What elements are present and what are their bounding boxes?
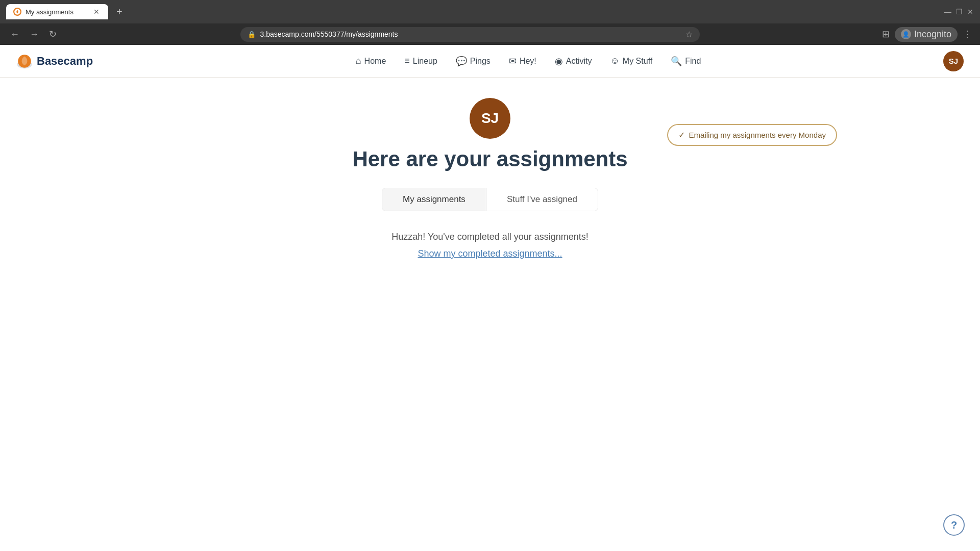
bookmark-icon[interactable]: ☆	[685, 30, 693, 39]
nav-hey-label: Hey!	[520, 57, 536, 66]
logo-text: Basecamp	[37, 55, 93, 68]
tabs-container: My assignments Stuff I've assigned	[382, 188, 598, 211]
tab-stuff-ive-assigned[interactable]: Stuff I've assigned	[486, 188, 598, 211]
content-area: Basecamp ⌂ Home ≡ Lineup 💬 Pings ✉ Hey!	[0, 45, 980, 280]
menu-icon[interactable]: ⋮	[963, 29, 972, 40]
nav-find-label: Find	[685, 57, 701, 66]
email-button-label: Emailing my assignments every Monday	[689, 131, 826, 139]
new-tab-button[interactable]: +	[112, 5, 127, 19]
incognito-icon: 👤	[901, 29, 911, 39]
pings-icon: 💬	[456, 56, 467, 67]
sidebar-toggle-icon[interactable]: ⊞	[882, 29, 890, 40]
nav-pings-label: Pings	[470, 57, 491, 66]
hey-icon: ✉	[509, 56, 517, 67]
email-assignments-button[interactable]: ✓ Emailing my assignments every Monday	[667, 124, 837, 146]
close-button[interactable]: ✕	[967, 8, 974, 15]
address-bar[interactable]: 🔒 3.basecamp.com/5550377/my/assignments …	[240, 27, 700, 42]
lineup-icon: ≡	[404, 56, 410, 66]
logo[interactable]: Basecamp	[16, 53, 93, 69]
tab-title: My assignments	[26, 8, 88, 16]
nav-activity[interactable]: ◉ Activity	[547, 52, 600, 71]
maximize-button[interactable]: ❐	[955, 8, 963, 15]
basecamp-logo-icon	[16, 53, 33, 69]
browser-tab[interactable]: My assignments ✕	[6, 4, 108, 19]
tab-favicon	[13, 8, 21, 16]
url-display: 3.basecamp.com/5550377/my/assignments	[260, 30, 681, 38]
check-icon: ✓	[678, 130, 685, 140]
user-avatar-large: SJ	[470, 98, 510, 139]
nav-links: ⌂ Home ≡ Lineup 💬 Pings ✉ Hey! ◉ Acti	[113, 52, 943, 71]
nav-pings[interactable]: 💬 Pings	[448, 52, 499, 71]
incognito-button[interactable]: 👤 Incognito	[895, 27, 958, 42]
activity-icon: ◉	[555, 56, 563, 67]
tab-my-assignments[interactable]: My assignments	[382, 188, 486, 211]
show-completed-link[interactable]: Show my completed assignments...	[418, 248, 562, 259]
window-controls: — ❐ ✕	[944, 8, 974, 15]
top-nav: Basecamp ⌂ Home ≡ Lineup 💬 Pings ✉ Hey!	[0, 45, 980, 78]
minimize-button[interactable]: —	[944, 8, 951, 15]
lock-icon: 🔒	[248, 31, 256, 38]
nav-home-label: Home	[364, 57, 386, 66]
browser-actions: ⊞ 👤 Incognito ⋮	[882, 27, 972, 42]
nav-find[interactable]: 🔍 Find	[663, 52, 709, 71]
page-wrapper: Basecamp ⌂ Home ≡ Lineup 💬 Pings ✉ Hey!	[0, 45, 980, 280]
reload-button[interactable]: ↻	[47, 27, 59, 42]
mystuff-icon: ☺	[610, 56, 619, 66]
address-bar-row: ← → ↻ 🔒 3.basecamp.com/5550377/my/assign…	[0, 23, 980, 45]
tab-stuff-ive-assigned-label: Stuff I've assigned	[507, 194, 577, 204]
nav-lineup-label: Lineup	[413, 57, 437, 66]
nav-hey[interactable]: ✉ Hey!	[501, 52, 545, 71]
help-button[interactable]: ?	[943, 514, 965, 536]
tab-my-assignments-label: My assignments	[403, 194, 465, 204]
back-button[interactable]: ←	[8, 27, 21, 42]
nav-lineup[interactable]: ≡ Lineup	[396, 52, 446, 70]
user-avatar-nav[interactable]: SJ	[943, 51, 964, 71]
page-title: Here are your assignments	[352, 147, 627, 171]
nav-mystuff[interactable]: ☺ My Stuff	[602, 52, 660, 70]
tab-close-button[interactable]: ✕	[92, 7, 101, 16]
forward-button[interactable]: →	[28, 27, 41, 42]
main-content: SJ Here are your assignments My assignme…	[184, 78, 796, 280]
find-icon: 🔍	[671, 56, 682, 67]
completed-message: Huzzah! You've completed all your assign…	[391, 232, 589, 242]
nav-mystuff-label: My Stuff	[623, 57, 652, 66]
home-icon: ⌂	[356, 56, 361, 66]
nav-home[interactable]: ⌂ Home	[348, 52, 395, 70]
nav-activity-label: Activity	[566, 57, 592, 66]
incognito-label: Incognito	[914, 29, 951, 40]
